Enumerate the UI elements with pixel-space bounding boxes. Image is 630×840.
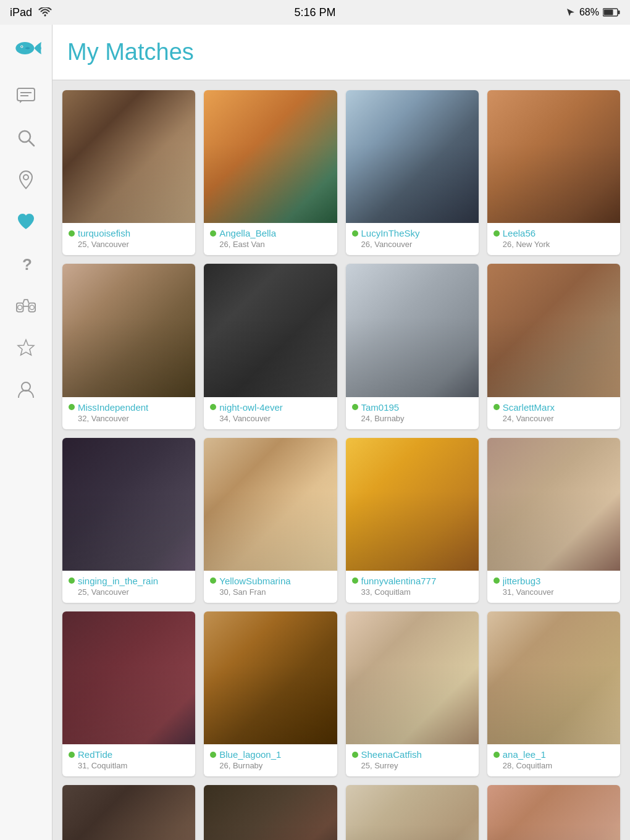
match-photo xyxy=(62,90,195,223)
match-card[interactable]: Tam019524, Burnaby xyxy=(346,264,479,429)
matches-grid: turquoisefish25, VancouverAngella_Bella2… xyxy=(52,80,630,840)
sidebar-item-questions[interactable]: ? xyxy=(7,245,44,282)
match-card-info: YellowSubmarina30, San Fran xyxy=(204,571,337,603)
match-card[interactable]: YellowSubmarina30, San Fran xyxy=(204,438,337,603)
match-card[interactable]: Blue_lagoon_126, Burnaby xyxy=(204,611,337,776)
svg-rect-7 xyxy=(17,88,35,101)
match-card[interactable]: RedTide31, Coquitlam xyxy=(62,611,195,776)
match-username: Blue_lagoon_1 xyxy=(219,749,281,760)
online-indicator xyxy=(352,578,358,584)
match-details: 28, Coquitlam xyxy=(494,761,614,770)
match-username: Leela56 xyxy=(503,228,536,238)
sidebar-item-favorites[interactable] xyxy=(7,329,44,366)
online-indicator xyxy=(494,752,500,758)
match-card-info: singing_in_the_rain25, Vancouver xyxy=(62,571,195,603)
match-details: 31, Coquitlam xyxy=(69,761,189,770)
sidebar-item-search[interactable] xyxy=(7,119,44,156)
svg-point-18 xyxy=(22,382,30,391)
svg-point-16 xyxy=(18,305,22,309)
match-card[interactable]: turquoisefish25, Vancouver xyxy=(62,90,195,255)
match-username: YellowSubmarina xyxy=(219,576,290,586)
battery-percentage: 68% xyxy=(579,7,599,18)
sidebar-item-profile[interactable] xyxy=(7,371,44,408)
sidebar-nav: ? xyxy=(0,77,52,840)
messages-icon xyxy=(16,86,36,106)
online-indicator xyxy=(494,230,500,237)
match-photo xyxy=(62,264,195,397)
svg-text:?: ? xyxy=(22,255,32,274)
match-username: ana_lee_1 xyxy=(503,749,546,760)
question-icon: ? xyxy=(16,254,36,274)
match-card-info: LucyInTheSky26, Vancouver xyxy=(346,223,479,255)
match-details: 26, Burnaby xyxy=(210,761,330,770)
match-details: 24, Burnaby xyxy=(352,414,472,423)
online-indicator xyxy=(69,230,75,237)
match-card[interactable]: singing_in_the_rain25, Vancouver xyxy=(62,438,195,603)
sidebar-item-matches[interactable] xyxy=(7,203,44,240)
match-card-info: funnyvalentina77733, Coquitlam xyxy=(346,571,479,603)
sidebar-item-discover[interactable] xyxy=(7,287,44,324)
match-card[interactable]: night-owl-4ever34, Vancouver xyxy=(204,264,337,429)
online-indicator xyxy=(69,578,75,584)
match-details: 34, Vancouver xyxy=(210,414,330,423)
status-right: 68% xyxy=(566,7,620,18)
sidebar-item-messages[interactable] xyxy=(7,77,44,114)
svg-rect-3 xyxy=(604,10,613,15)
match-card[interactable]: Angella_Bella26, East Van xyxy=(204,90,337,255)
match-name-row: Tam0195 xyxy=(352,402,472,413)
online-indicator xyxy=(494,404,500,410)
match-card[interactable] xyxy=(62,785,195,840)
match-photo xyxy=(346,785,479,840)
match-card[interactable]: LucyInTheSky26, Vancouver xyxy=(346,90,479,255)
match-name-row: SheenaCatfish xyxy=(352,749,472,760)
svg-point-6 xyxy=(21,46,22,47)
match-card-info: MissIndependent32, Vancouver xyxy=(62,397,195,429)
online-indicator xyxy=(210,230,216,237)
match-card[interactable]: SheenaCatfish25, Surrey xyxy=(346,611,479,776)
match-name-row: LucyInTheSky xyxy=(352,228,472,238)
match-card-info: Blue_lagoon_126, Burnaby xyxy=(204,744,337,776)
match-photo xyxy=(487,264,620,397)
match-card[interactable]: ana_lee_128, Coquitlam xyxy=(487,611,620,776)
match-photo xyxy=(62,785,195,840)
online-indicator xyxy=(352,230,358,237)
match-username: SheenaCatfish xyxy=(361,749,422,760)
match-details: 33, Coquitlam xyxy=(352,587,472,597)
sidebar-item-location[interactable] xyxy=(7,161,44,198)
match-card[interactable] xyxy=(346,785,479,840)
match-details: 26, East Van xyxy=(210,240,330,249)
svg-point-17 xyxy=(30,305,34,309)
match-name-row: singing_in_the_rain xyxy=(69,576,189,586)
match-card[interactable]: funnyvalentina77733, Coquitlam xyxy=(346,438,479,603)
match-card[interactable]: Leela5626, New York xyxy=(487,90,620,255)
app-logo[interactable] xyxy=(9,31,43,65)
carrier-label: iPad xyxy=(10,6,32,19)
binoculars-icon xyxy=(16,296,36,316)
online-indicator xyxy=(352,752,358,758)
match-photo xyxy=(346,438,479,571)
match-card-info: ana_lee_128, Coquitlam xyxy=(487,744,620,776)
star-icon xyxy=(16,338,36,358)
match-card[interactable] xyxy=(204,785,337,840)
match-photo xyxy=(62,611,195,744)
match-card-info: ScarlettMarx24, Vancouver xyxy=(487,397,620,429)
match-card-info: Tam019524, Burnaby xyxy=(346,397,479,429)
match-username: Angella_Bella xyxy=(219,228,276,238)
location-icon xyxy=(16,170,36,190)
match-details: 26, New York xyxy=(494,240,614,249)
match-card-info: turquoisefish25, Vancouver xyxy=(62,223,195,255)
match-card[interactable] xyxy=(487,785,620,840)
match-photo xyxy=(204,264,337,397)
svg-point-12 xyxy=(23,175,28,180)
match-name-row: Leela56 xyxy=(494,228,614,238)
match-photo xyxy=(487,90,620,223)
match-card[interactable]: ScarlettMarx24, Vancouver xyxy=(487,264,620,429)
match-username: Tam0195 xyxy=(361,402,400,413)
match-name-row: jitterbug3 xyxy=(494,576,614,586)
profile-icon xyxy=(16,380,36,400)
app-container: ? xyxy=(0,25,630,840)
status-left: iPad xyxy=(10,6,52,19)
match-username: jitterbug3 xyxy=(503,576,541,586)
match-card[interactable]: MissIndependent32, Vancouver xyxy=(62,264,195,429)
match-card[interactable]: jitterbug331, Vancouver xyxy=(487,438,620,603)
